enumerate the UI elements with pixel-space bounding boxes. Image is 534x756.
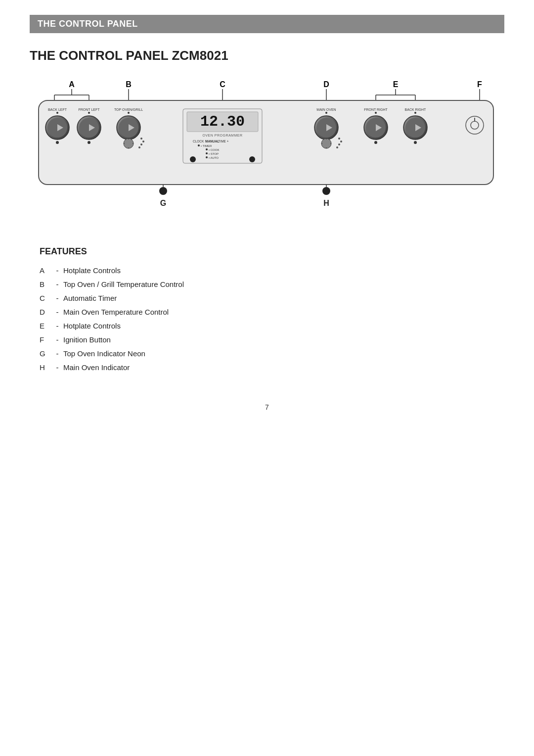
- feature-value-c: Automatic Timer: [63, 292, 504, 304]
- prog-auto: • AUTO: [209, 156, 219, 159]
- indicator-g: [159, 187, 167, 195]
- knob-label-back-left: BACK LEFT: [48, 108, 67, 111]
- svg-point-32: [140, 138, 142, 140]
- col-label-d: D: [323, 80, 329, 89]
- list-item: E - Hotplate Controls: [40, 320, 504, 332]
- knob-label-top-oven: TOP OVEN/GRILL: [114, 108, 143, 111]
- svg-point-17: [56, 141, 59, 144]
- svg-point-13: [56, 112, 58, 114]
- programmer-time-display: 12.30: [200, 113, 245, 130]
- section-title: THE CONTROL PANEL ZCM8021: [30, 48, 504, 63]
- prog-time: - TIME +: [217, 140, 229, 143]
- control-panel-svg: A B C D E F: [30, 78, 504, 227]
- feature-key-a: A: [40, 265, 51, 277]
- list-item: G - Top Oven Indicator Neon: [40, 348, 504, 360]
- svg-point-62: [414, 112, 416, 114]
- col-label-a: A: [69, 80, 75, 89]
- features-list: A - Hotplate Controls B - Top Oven / Gri…: [40, 265, 504, 374]
- svg-point-40: [206, 152, 208, 154]
- svg-point-53: [338, 138, 340, 140]
- indicator-h: [322, 187, 330, 195]
- feature-value-f: Ignition Button: [63, 334, 504, 346]
- svg-point-55: [338, 143, 340, 145]
- feature-key-g: G: [40, 348, 51, 360]
- svg-point-41: [206, 156, 208, 158]
- svg-point-56: [336, 146, 338, 148]
- feature-value-h: Main Oven Indicator: [63, 362, 504, 374]
- col-label-f: F: [477, 80, 482, 89]
- svg-point-48: [321, 139, 331, 148]
- feature-value-d: Main Oven Temperature Control: [63, 306, 504, 318]
- svg-point-54: [340, 141, 342, 142]
- features-section: FEATURES A - Hotplate Controls B - Top O…: [30, 246, 504, 374]
- feature-key-e: E: [40, 320, 51, 332]
- col-label-e: E: [393, 80, 399, 89]
- feature-key-f: F: [40, 334, 51, 346]
- feature-key-d: D: [40, 306, 51, 318]
- svg-point-43: [249, 156, 255, 162]
- list-item: A - Hotplate Controls: [40, 265, 504, 277]
- prog-cook: • COOK: [209, 148, 219, 151]
- svg-point-39: [206, 148, 208, 150]
- feature-key-h: H: [40, 362, 51, 374]
- svg-point-18: [88, 112, 90, 114]
- svg-point-38: [198, 144, 200, 146]
- programmer-label: OVEN PROGRAMMER: [202, 134, 242, 137]
- page: THE CONTROL PANEL THE CONTROL PANEL ZCM8…: [0, 0, 534, 756]
- diagram-container: A B C D E F: [30, 78, 504, 227]
- features-title: FEATURES: [40, 246, 504, 257]
- knob-label-main-oven: MAIN OVEN: [316, 108, 336, 111]
- prog-clock: CLOCK: [193, 140, 204, 143]
- bottom-label-h: H: [323, 199, 329, 207]
- col-label-c: C: [220, 80, 225, 89]
- feature-value-b: Top Oven / Grill Temperature Control: [63, 279, 504, 290]
- feature-key-c: C: [40, 292, 51, 304]
- knob-label-front-right: FRONT RIGHT: [364, 108, 388, 111]
- feature-value-g: Top Oven Indicator Neon: [63, 348, 504, 360]
- header-bar: THE CONTROL PANEL: [30, 15, 504, 33]
- bottom-label-g: G: [160, 199, 166, 207]
- knob-label-back-right: BACK RIGHT: [405, 108, 427, 111]
- svg-point-27: [124, 139, 134, 148]
- svg-point-33: [142, 141, 144, 142]
- list-item: D - Main Oven Temperature Control: [40, 306, 504, 318]
- list-item: C - Automatic Timer: [40, 292, 504, 304]
- svg-point-34: [140, 143, 142, 145]
- knob-label-front-left: FRONT LEFT: [78, 108, 100, 111]
- svg-point-61: [374, 141, 377, 144]
- svg-point-23: [128, 112, 130, 114]
- list-item: B - Top Oven / Grill Temperature Control: [40, 279, 504, 290]
- svg-point-57: [375, 112, 377, 114]
- feature-value-a: Hotplate Controls: [63, 265, 504, 277]
- svg-point-22: [88, 141, 90, 144]
- svg-rect-12: [39, 100, 493, 185]
- header-title: THE CONTROL PANEL: [38, 19, 138, 29]
- svg-point-44: [325, 112, 327, 114]
- col-label-b: B: [126, 80, 132, 89]
- svg-point-66: [414, 141, 417, 144]
- prog-stop: • STOP: [209, 152, 219, 155]
- svg-point-35: [138, 146, 140, 148]
- prog-timer: • TIMER: [201, 144, 212, 147]
- svg-point-42: [190, 156, 196, 162]
- list-item: H - Main Oven Indicator: [40, 362, 504, 374]
- page-number: 7: [30, 403, 504, 411]
- list-item: F - Ignition Button: [40, 334, 504, 346]
- feature-value-e: Hotplate Controls: [63, 320, 504, 332]
- feature-key-b: B: [40, 279, 51, 290]
